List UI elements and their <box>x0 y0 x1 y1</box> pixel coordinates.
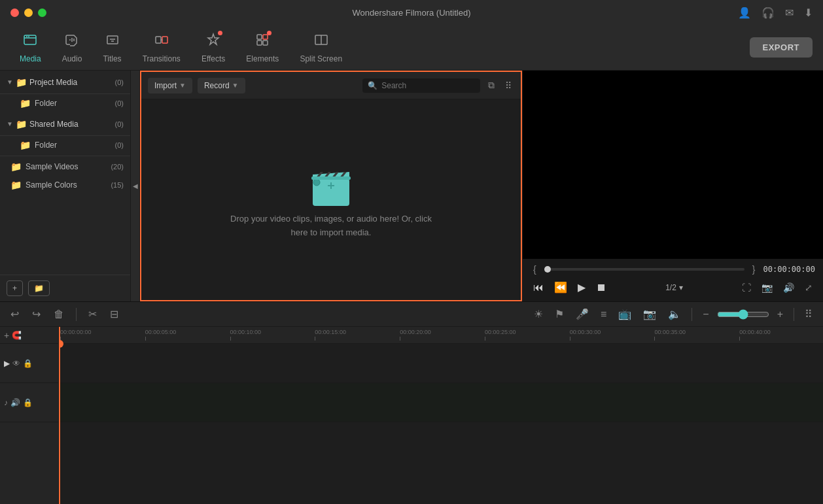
tab-split-screen[interactable]: Split Screen <box>290 27 351 69</box>
headset-icon[interactable]: 🎧 <box>762 7 775 19</box>
tab-titles-label: Titles <box>103 54 121 63</box>
svg-rect-13 <box>330 182 332 189</box>
toolbar-tabs: Media Audio Titles <box>10 27 351 69</box>
add-track-button[interactable]: + <box>4 330 9 341</box>
titlebar: Wondershare Filmora (Untitled) 👤 🎧 ✉ ⬇ <box>0 0 823 25</box>
crop-button[interactable]: ⊟ <box>106 305 122 323</box>
new-folder-button[interactable]: 📁 <box>28 280 50 296</box>
tab-audio[interactable]: Audio <box>53 27 92 69</box>
timeline-tracks[interactable]: 00:00:00:00 00:00:05:00 00:00:10:00 00:0… <box>59 327 823 504</box>
project-media-label: Project Media <box>29 78 77 87</box>
tab-transitions[interactable]: Transitions <box>133 27 190 69</box>
cut-button[interactable]: ✂ <box>84 305 101 323</box>
export-button[interactable]: EXPORT <box>750 37 813 58</box>
folder-item-2[interactable]: 📁 Folder (0) <box>0 136 130 154</box>
screenshot-button[interactable]: 📷 <box>759 280 775 295</box>
download-icon[interactable]: ⬇ <box>804 7 813 19</box>
window-controls[interactable] <box>10 8 46 17</box>
sample-videos-item[interactable]: 📁 Sample Videos (20) <box>0 158 130 176</box>
video-track-icon[interactable]: ▶ <box>4 359 10 368</box>
split-screen-tab-icon <box>313 32 329 52</box>
volume-button[interactable]: 🔊 <box>780 280 797 295</box>
ruler-mark-6: 00:00:30:00 <box>569 329 654 341</box>
video-track-row[interactable] <box>59 344 823 383</box>
sample-colors-item[interactable]: 📁 Sample Colors (15) <box>0 176 130 194</box>
sun-icon-button[interactable]: ☀ <box>530 305 547 323</box>
tab-elements-label: Elements <box>246 54 279 63</box>
timeline-ruler: 00:00:00:00 00:00:05:00 00:00:10:00 00:0… <box>59 327 823 344</box>
media-panel[interactable]: Import ▼ Record ▼ 🔍 ⧉ ⠿ <box>140 71 522 301</box>
project-media-header: ▼ 📁 Project Media (0) <box>0 71 130 94</box>
preview-right-buttons: ⛶ 📷 🔊 ⤢ <box>739 280 815 295</box>
add-media-button[interactable]: + <box>7 280 23 296</box>
sample-videos-label: Sample Videos <box>26 162 79 171</box>
play-button[interactable]: ▶ <box>575 278 588 296</box>
new-folder-icon: 📁 <box>34 284 44 293</box>
audio-track-row[interactable] <box>59 383 823 422</box>
audio-volume-icon[interactable]: 🔊 <box>10 398 20 407</box>
maximize-button[interactable] <box>38 8 46 17</box>
redo-button[interactable]: ↪ <box>28 305 44 323</box>
bracket-left-button[interactable]: { <box>531 264 539 275</box>
tab-titles[interactable]: Titles <box>94 27 130 69</box>
titlebar-actions: 👤 🎧 ✉ ⬇ <box>738 7 813 19</box>
zoom-in-button[interactable]: + <box>773 306 787 323</box>
undo-button[interactable]: ↩ <box>7 305 23 323</box>
tab-split-screen-label: Split Screen <box>300 54 342 63</box>
close-button[interactable] <box>10 8 19 17</box>
account-icon[interactable]: 👤 <box>738 7 751 19</box>
main-content: ▼ 📁 Project Media (0) 📁 Folder (0) ▼ 📁 S… <box>0 71 823 301</box>
import-chevron-icon: ▼ <box>179 82 186 89</box>
media-drop-area[interactable]: Drop your video clips, images, or audio … <box>141 99 521 300</box>
tab-effects[interactable]: Effects <box>192 27 234 69</box>
expand-button[interactable]: ⤢ <box>802 280 815 295</box>
tab-elements[interactable]: Elements <box>237 27 288 69</box>
record-chevron-icon: ▼ <box>232 82 239 89</box>
zoom-slider[interactable] <box>717 309 769 320</box>
eye-icon[interactable]: 👁 <box>12 359 20 368</box>
delete-button[interactable]: 🗑 <box>50 306 68 323</box>
audio-settings-button[interactable]: 🔈 <box>664 305 685 323</box>
progress-bar[interactable] <box>544 268 744 271</box>
camera-button[interactable]: 📷 <box>639 305 660 323</box>
svg-point-2 <box>28 36 29 37</box>
minimize-button[interactable] <box>24 8 33 17</box>
stop-button[interactable]: ⏹ <box>593 279 609 296</box>
magnet-button[interactable]: 🧲 <box>12 331 22 340</box>
folder-icon-colors: 📁 <box>10 180 22 190</box>
panel-collapse-arrow[interactable]: ◀ <box>131 71 140 301</box>
monitor-button[interactable]: 📺 <box>614 305 635 323</box>
skip-back-button[interactable]: ⏮ <box>531 279 546 296</box>
playhead[interactable] <box>59 327 60 504</box>
playback-buttons: ⏮ ⏪ ▶ ⏹ <box>531 278 609 296</box>
mail-icon[interactable]: ✉ <box>785 7 794 19</box>
search-bar[interactable]: 🔍 <box>362 78 480 93</box>
tab-media[interactable]: Media <box>10 27 50 69</box>
ruler-mark-5: 00:00:25:00 <box>483 329 569 341</box>
timeline-toolbar: ↩ ↪ 🗑 ✂ ⊟ ☀ ⚑ 🎤 ≡ 📺 📷 🔈 − + ⠿ <box>0 302 823 327</box>
step-back-button[interactable]: ⏪ <box>552 278 570 296</box>
record-button[interactable]: Record ▼ <box>198 78 245 93</box>
fullscreen-button[interactable]: ⛶ <box>739 280 754 295</box>
lock-icon[interactable]: 🔒 <box>23 359 33 368</box>
music-icon[interactable]: ♪ <box>4 398 8 407</box>
mic-button[interactable]: 🎤 <box>572 305 593 323</box>
window-title: Wondershare Filmora (Untitled) <box>352 8 470 18</box>
folder-item-1[interactable]: 📁 Folder (0) <box>0 94 130 112</box>
folder-icon-2: 📁 <box>20 140 31 150</box>
main-toolbar: Media Audio Titles <box>0 25 823 71</box>
bracket-right-button[interactable]: } <box>750 264 758 275</box>
import-button[interactable]: Import ▼ <box>148 78 192 93</box>
audio-lock-icon[interactable]: 🔒 <box>23 398 33 407</box>
sample-videos-count: (20) <box>111 163 124 171</box>
flag-button[interactable]: ⚑ <box>551 305 568 323</box>
progress-handle[interactable] <box>544 266 551 273</box>
zoom-out-button[interactable]: − <box>699 306 712 323</box>
speed-selector[interactable]: 1/2 ▾ <box>665 283 683 292</box>
settings-button[interactable]: ⠿ <box>801 305 816 323</box>
search-input[interactable] <box>381 81 475 90</box>
text-overlay-button[interactable]: ≡ <box>597 306 610 323</box>
filter-icon[interactable]: ⧉ <box>485 77 497 93</box>
grid-view-icon[interactable]: ⠿ <box>502 78 514 93</box>
svg-point-1 <box>26 36 27 37</box>
